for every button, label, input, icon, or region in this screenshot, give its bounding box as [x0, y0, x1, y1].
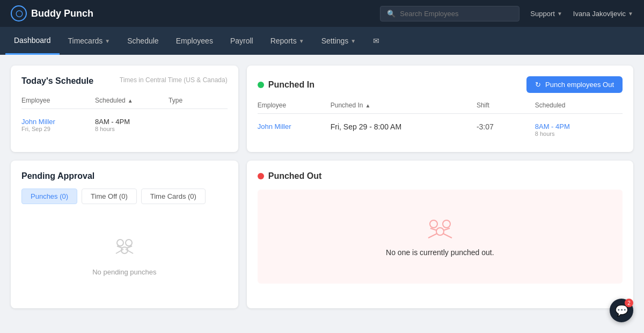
tab-punches-label: Punches (0): [31, 192, 68, 200]
logo-text: Buddy Punch: [31, 8, 93, 19]
svg-point-9: [436, 228, 444, 235]
pending-approval-card: Pending Approval Punches (0) Time Off (0…: [11, 161, 238, 308]
chat-bubble-button[interactable]: 💬 2: [610, 299, 633, 319]
nav-item-reports[interactable]: Reports ▼: [262, 27, 313, 55]
chat-badge: 2: [625, 299, 633, 307]
nav-label-payroll: Payroll: [230, 37, 253, 45]
schedule-card-header: Today's Schedule Times in Central Time (…: [21, 76, 228, 88]
schedule-col-type: Type: [169, 97, 228, 104]
schedule-col-scheduled: Scheduled ▲: [95, 97, 169, 104]
schedule-col-employee: Employee: [21, 97, 95, 104]
schedule-subtitle: Times in Central Time (US & Canada): [120, 76, 228, 84]
nav-item-payroll[interactable]: Payroll: [222, 27, 262, 55]
timecards-chevron-icon: ▼: [105, 38, 110, 44]
logo-icon: ◯: [11, 5, 27, 21]
schedule-time-value: 8AM - 4PM: [95, 118, 130, 126]
refresh-icon: ↻: [535, 81, 541, 89]
pi-shift-value: -3:07: [477, 122, 494, 131]
red-dot-icon: [258, 173, 264, 179]
pi-col-scheduled: Scheduled: [535, 102, 623, 109]
schedule-title: Today's Schedule: [21, 76, 93, 86]
user-chevron-icon: ▼: [628, 11, 633, 17]
search-box[interactable]: 🔍: [380, 6, 519, 21]
schedule-time-cell: 8AM - 4PM 8 hours: [95, 118, 169, 132]
pi-col-punched-in: Punched In ▲: [331, 102, 477, 109]
nav-item-settings[interactable]: Settings ▼: [313, 27, 365, 55]
schedule-type-cell: [169, 118, 228, 132]
punch-employees-out-button[interactable]: ↻ Punch employees Out: [526, 76, 623, 93]
settings-chevron-icon: ▼: [350, 38, 356, 44]
svg-line-10: [428, 234, 437, 238]
pi-col-employee: Employee: [258, 102, 331, 109]
punched-out-empty-text: No one is currently punched out.: [386, 248, 494, 257]
punched-out-empty-state: No one is currently punched out.: [258, 190, 623, 284]
punched-out-header: Punched Out: [258, 171, 623, 181]
nav-label-dashboard: Dashboard: [14, 36, 51, 45]
pi-sort-icon: ▲: [365, 103, 370, 108]
pi-col-shift: Shift: [477, 102, 535, 109]
tab-punches[interactable]: Punches (0): [21, 189, 77, 204]
support-link[interactable]: Support ▼: [530, 10, 562, 18]
schedule-table-header: Employee Scheduled ▲ Type: [21, 97, 228, 109]
nav-bar: Dashboard Timecards ▼ Schedule Employees…: [0, 27, 644, 55]
nav-item-dashboard[interactable]: Dashboard: [5, 27, 60, 55]
reports-chevron-icon: ▼: [299, 38, 304, 44]
pending-empty-state: No pending punches: [21, 213, 228, 298]
punched-in-card: Punched In ↻ Punch employees Out Employe…: [247, 66, 633, 152]
svg-point-8: [443, 220, 450, 228]
pi-employee-cell: John Miller: [258, 122, 331, 131]
punched-in-row-0: John Miller Fri, Sep 29 - 8:00 AM -3:07 …: [258, 118, 623, 141]
tab-time-off[interactable]: Time Off (0): [82, 189, 137, 204]
tab-time-cards-label: Time Cards (0): [150, 192, 196, 200]
nav-label-employees: Employees: [176, 37, 213, 45]
top-right-area: 🔍 Support ▼ Ivana Jakovljevic ▼: [380, 6, 633, 21]
pending-approval-title: Pending Approval: [21, 171, 228, 181]
schedule-title-group: Today's Schedule: [21, 76, 93, 88]
nav-label-timecards: Timecards: [68, 37, 103, 45]
nav-item-schedule[interactable]: Schedule: [119, 27, 167, 55]
punched-out-empty-icon: [425, 216, 455, 242]
pending-empty-text: No pending punches: [92, 268, 156, 276]
todays-schedule-card: Today's Schedule Times in Central Time (…: [11, 66, 238, 152]
punched-out-title: Punched Out: [268, 171, 322, 181]
nav-item-employees[interactable]: Employees: [167, 27, 222, 55]
punched-in-title: Punched In: [268, 80, 314, 90]
punched-out-card: Punched Out No one is currently punched …: [247, 161, 633, 308]
user-menu[interactable]: Ivana Jakovljevic ▼: [573, 10, 633, 18]
punched-out-status: Punched Out: [258, 171, 322, 181]
nav-item-timecards[interactable]: Timecards ▼: [60, 27, 119, 55]
pi-col-punched-in-label: Punched In: [331, 102, 363, 109]
pi-employee-name[interactable]: John Miller: [258, 122, 331, 131]
tab-time-off-label: Time Off (0): [91, 192, 128, 200]
support-chevron-icon: ▼: [557, 11, 562, 17]
schedule-employee-name[interactable]: John Miller: [21, 118, 95, 126]
search-input[interactable]: [400, 10, 513, 18]
schedule-row-0: John Miller Fri, Sep 29 8AM - 4PM 8 hour…: [21, 113, 228, 136]
schedule-hours-value: 8 hours: [95, 126, 130, 132]
punched-in-header: Punched In ↻ Punch employees Out: [258, 76, 623, 93]
tab-time-cards[interactable]: Time Cards (0): [141, 189, 206, 204]
top-bar: ◯ Buddy Punch 🔍 Support ▼ Ivana Jakovlje…: [0, 0, 644, 27]
user-name: Ivana Jakovljevic: [573, 10, 626, 18]
pending-empty-icon: [112, 234, 137, 262]
svg-point-0: [117, 240, 123, 246]
sort-icon: ▲: [128, 98, 133, 104]
green-dot-icon: [258, 82, 264, 88]
svg-line-13: [443, 228, 450, 230]
svg-line-12: [430, 228, 437, 230]
nav-label-settings: Settings: [321, 37, 349, 45]
pi-scheduled-time: 8AM - 4PM: [535, 122, 623, 131]
nav-label-reports: Reports: [270, 37, 297, 45]
svg-line-11: [443, 234, 452, 238]
logo: ◯ Buddy Punch: [11, 5, 93, 21]
nav-item-messages[interactable]: ✉: [364, 27, 388, 55]
pi-scheduled-cell: 8AM - 4PM 8 hours: [535, 122, 623, 137]
pending-tabs: Punches (0) Time Off (0) Time Cards (0): [21, 189, 228, 204]
mail-icon: ✉: [373, 37, 379, 45]
schedule-employee-cell: John Miller Fri, Sep 29: [21, 118, 95, 132]
svg-point-1: [126, 240, 132, 246]
main-content: Today's Schedule Times in Central Time (…: [0, 55, 644, 319]
schedule-col-scheduled-label: Scheduled: [95, 97, 126, 104]
punched-in-status: Punched In: [258, 80, 314, 90]
schedule-employee-date: Fri, Sep 29: [21, 126, 95, 132]
